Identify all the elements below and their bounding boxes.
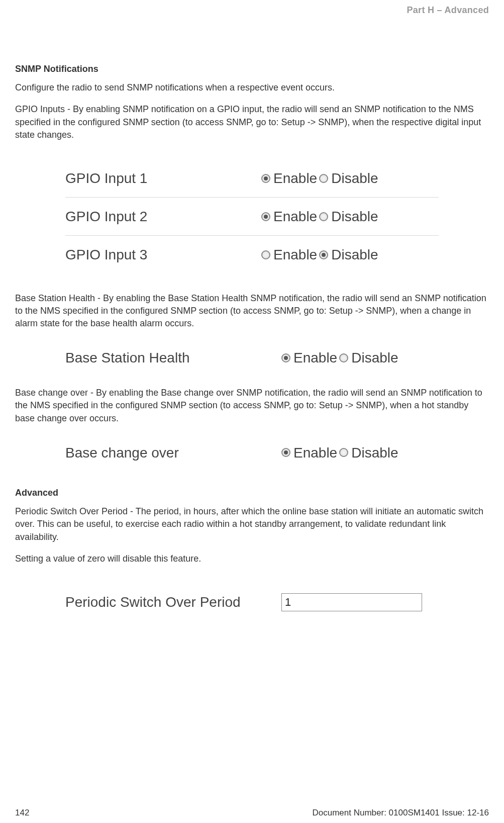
- bco-description: Base change over - By enabling the Base …: [15, 387, 489, 425]
- bco-label: Base change over: [65, 443, 281, 463]
- bsh-enable-radio[interactable]: [281, 353, 290, 362]
- gpio-row-1: GPIO Input 1 Enable Disable: [65, 159, 439, 197]
- part-header: Part H – Advanced: [407, 4, 489, 17]
- doc-info: Document Number: 0100SM1401 Issue: 12-16: [312, 807, 489, 819]
- gpio-2-disable-radio[interactable]: [319, 212, 328, 221]
- gpio-3-enable-label: Enable: [273, 245, 317, 264]
- page-number: 142: [15, 807, 29, 819]
- bsh-panel: Base Station Health Enable Disable: [15, 339, 489, 377]
- bco-row: Base change over Enable Disable: [65, 434, 439, 472]
- bco-panel: Base change over Enable Disable: [15, 434, 489, 472]
- bco-enable-radio[interactable]: [281, 448, 290, 457]
- snmp-intro: Configure the radio to send SNMP notific…: [15, 81, 489, 94]
- gpio-2-label: GPIO Input 2: [65, 207, 261, 226]
- psop-input[interactable]: [281, 593, 422, 611]
- advanced-heading: Advanced: [15, 487, 489, 499]
- gpio-2-disable-label: Disable: [331, 207, 378, 226]
- psop-panel: Periodic Switch Over Period: [15, 578, 489, 626]
- gpio-panel: GPIO Input 1 Enable Disable GPIO Input 2…: [15, 154, 489, 279]
- psop-row: Periodic Switch Over Period: [65, 583, 439, 621]
- bco-disable-label: Disable: [351, 443, 398, 463]
- bsh-description: Base Station Health - By enabling the Ba…: [15, 292, 489, 330]
- gpio-row-2: GPIO Input 2 Enable Disable: [65, 198, 439, 235]
- gpio-1-disable-radio[interactable]: [319, 174, 328, 183]
- gpio-1-label: GPIO Input 1: [65, 168, 261, 188]
- bsh-label: Base Station Health: [65, 348, 281, 368]
- gpio-2-enable-radio[interactable]: [261, 212, 270, 221]
- gpio-2-enable-label: Enable: [273, 207, 317, 226]
- gpio-3-disable-label: Disable: [331, 245, 378, 264]
- gpio-1-enable-radio[interactable]: [261, 174, 270, 183]
- bsh-disable-radio[interactable]: [339, 353, 348, 362]
- gpio-3-enable-radio[interactable]: [261, 250, 270, 259]
- bco-enable-label: Enable: [293, 443, 337, 463]
- bsh-row: Base Station Health Enable Disable: [65, 339, 439, 377]
- gpio-1-disable-label: Disable: [331, 168, 378, 188]
- psop-description: Periodic Switch Over Period - The period…: [15, 505, 489, 543]
- page-footer: 142 Document Number: 0100SM1401 Issue: 1…: [15, 807, 489, 819]
- snmp-heading: SNMP Notifications: [15, 63, 489, 75]
- gpio-3-label: GPIO Input 3: [65, 245, 261, 264]
- gpio-row-3: GPIO Input 3 Enable Disable: [65, 236, 439, 273]
- bsh-enable-label: Enable: [293, 348, 337, 368]
- bco-disable-radio[interactable]: [339, 448, 348, 457]
- psop-zero-note: Setting a value of zero will disable thi…: [15, 553, 489, 565]
- gpio-1-enable-label: Enable: [273, 168, 317, 188]
- psop-label: Periodic Switch Over Period: [65, 592, 281, 612]
- bsh-disable-label: Disable: [351, 348, 398, 368]
- gpio-description: GPIO Inputs - By enabling SNMP notificat…: [15, 103, 489, 141]
- gpio-3-disable-radio[interactable]: [319, 250, 328, 259]
